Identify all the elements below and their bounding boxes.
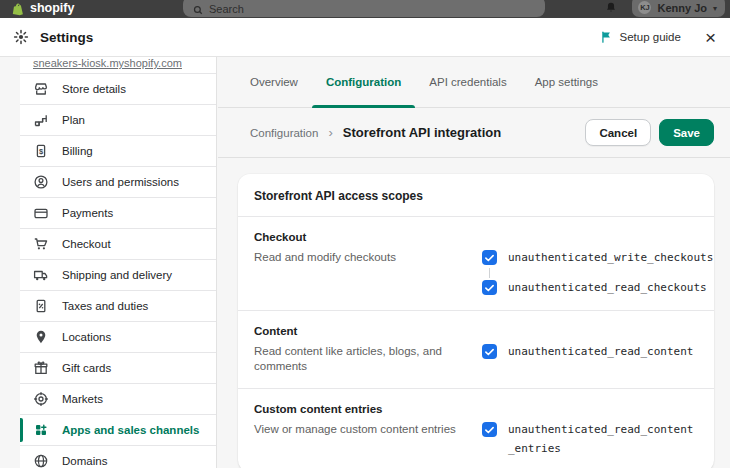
shopify-logo[interactable]: shopify bbox=[12, 0, 74, 16]
sidebar-item-plan[interactable]: Plan bbox=[20, 105, 216, 136]
user-avatar: KJ bbox=[638, 1, 651, 14]
taxes-icon bbox=[33, 298, 49, 314]
sidebar-item-label: Taxes and duties bbox=[62, 300, 148, 312]
store-url-link[interactable]: sneakers-kiosk.myshopify.com bbox=[33, 57, 182, 69]
sidebar-item-label: Plan bbox=[62, 114, 85, 126]
search-icon bbox=[193, 5, 203, 15]
markets-icon bbox=[33, 391, 49, 407]
shopify-bag-icon bbox=[12, 2, 25, 16]
sidebar-item-label: Gift cards bbox=[62, 362, 111, 374]
admin-topbar: shopify Search KJ Kenny Jo ▾ bbox=[0, 0, 730, 18]
tab-api-credentials[interactable]: API credentials bbox=[415, 57, 520, 107]
card-title: Storefront API access scopes bbox=[238, 174, 714, 216]
close-icon[interactable]: × bbox=[705, 28, 716, 47]
sidebar-item-billing[interactable]: $ Billing bbox=[20, 136, 216, 167]
section-description: Read content like articles, blogs, and c… bbox=[254, 344, 482, 374]
tab-overview[interactable]: Overview bbox=[236, 57, 312, 107]
shopify-settings-window: shopify Search KJ Kenny Jo ▾ Settings Se… bbox=[0, 0, 730, 468]
shipping-icon bbox=[33, 267, 49, 283]
scope-label: unauthenticated_write_checkouts bbox=[508, 250, 713, 266]
global-search-input[interactable]: Search bbox=[183, 0, 545, 17]
sidebar-item-shipping-and-delivery[interactable]: Shipping and delivery bbox=[20, 260, 216, 291]
sidebar-item-label: Apps and sales channels bbox=[62, 424, 199, 436]
section-title: Custom content entries bbox=[254, 401, 698, 417]
save-button[interactable]: Save bbox=[659, 119, 714, 146]
flag-icon bbox=[600, 30, 613, 44]
chevron-down-icon: ▾ bbox=[713, 4, 717, 14]
page-action-bar: Configuration › Storefront API integrati… bbox=[218, 108, 730, 158]
plan-icon bbox=[33, 112, 49, 128]
sidebar-item-gift-cards[interactable]: Gift cards bbox=[20, 353, 216, 384]
scope-section-checkout: Checkout Read and modify checkouts unaut… bbox=[238, 216, 714, 310]
breadcrumb-chevron-icon: › bbox=[328, 125, 332, 140]
tab-configuration[interactable]: Configuration bbox=[312, 57, 415, 107]
scope-checkbox[interactable] bbox=[482, 422, 497, 437]
settings-title: Settings bbox=[40, 30, 93, 45]
scope-connector-line bbox=[489, 268, 490, 278]
sidebar-item-markets[interactable]: Markets bbox=[20, 384, 216, 415]
scope-item: unauthenticated_read_content bbox=[482, 344, 698, 360]
access-scopes-card: Storefront API access scopes Checkout Re… bbox=[238, 174, 714, 468]
scope-list: unauthenticated_write_checkouts unauthen… bbox=[482, 250, 698, 296]
user-name: Kenny Jo bbox=[657, 2, 707, 14]
setup-guide-button[interactable]: Setup guide bbox=[600, 30, 681, 44]
sidebar-item-label: Payments bbox=[62, 207, 113, 219]
settings-header: Settings Setup guide × bbox=[0, 18, 730, 57]
section-description: Read and modify checkouts bbox=[254, 250, 482, 265]
locations-icon bbox=[33, 329, 49, 345]
domains-icon bbox=[33, 453, 49, 468]
sidebar-item-label: Locations bbox=[62, 331, 111, 343]
scope-label: unauthenticated_read_checkouts bbox=[508, 280, 707, 296]
sidebar-item-payments[interactable]: Payments bbox=[20, 198, 216, 229]
sidebar-item-users-and-permissions[interactable]: Users and permissions bbox=[20, 167, 216, 198]
store-url-row: sneakers-kiosk.myshopify.com bbox=[20, 57, 216, 74]
shopify-wordmark: shopify bbox=[30, 1, 74, 15]
main-content: Overview Configuration API credentials A… bbox=[218, 57, 730, 468]
cancel-button[interactable]: Cancel bbox=[585, 119, 651, 146]
sidebar-item-label: Checkout bbox=[62, 238, 111, 250]
sidebar-item-label: Markets bbox=[62, 393, 103, 405]
setup-guide-label: Setup guide bbox=[620, 31, 681, 43]
scope-checkbox[interactable] bbox=[482, 280, 497, 295]
sidebar-item-label: Billing bbox=[62, 145, 93, 157]
scope-section-content: Content Read content like articles, blog… bbox=[238, 310, 714, 388]
gift-cards-icon bbox=[33, 360, 49, 376]
notifications-bell-icon[interactable] bbox=[605, 1, 617, 16]
scope-item: unauthenticated_read_checkouts bbox=[482, 280, 698, 296]
scope-checkbox[interactable] bbox=[482, 344, 497, 359]
tab-bar: Overview Configuration API credentials A… bbox=[218, 57, 730, 108]
sidebar-item-locations[interactable]: Locations bbox=[20, 322, 216, 353]
search-placeholder: Search bbox=[209, 3, 244, 15]
sidebar-item-label: Shipping and delivery bbox=[62, 269, 172, 281]
sidebar-item-domains[interactable]: Domains bbox=[20, 446, 216, 468]
breadcrumb-parent[interactable]: Configuration bbox=[250, 127, 318, 139]
checkout-icon bbox=[33, 236, 49, 252]
scope-item: unauthenticated_write_checkouts bbox=[482, 250, 698, 266]
scope-label: unauthenticated_read_content_entries bbox=[508, 420, 698, 458]
store-icon bbox=[33, 81, 49, 97]
apps-icon bbox=[33, 422, 49, 438]
scope-checkbox[interactable] bbox=[482, 250, 497, 265]
sidebar-item-store-details[interactable]: Store details bbox=[20, 74, 216, 105]
sidebar-item-taxes-and-duties[interactable]: Taxes and duties bbox=[20, 291, 216, 322]
scope-list: unauthenticated_read_content_entries bbox=[482, 422, 698, 458]
section-title: Checkout bbox=[254, 229, 698, 245]
sidebar-item-label: Domains bbox=[62, 455, 107, 467]
scope-label: unauthenticated_read_content bbox=[508, 344, 693, 360]
tab-app-settings[interactable]: App settings bbox=[521, 57, 612, 107]
settings-sidebar: sneakers-kiosk.myshopify.com Store detai… bbox=[20, 57, 217, 468]
section-title: Content bbox=[254, 323, 698, 339]
sidebar-item-label: Store details bbox=[62, 83, 126, 95]
sidebar-item-label: Users and permissions bbox=[62, 176, 179, 188]
sidebar-item-apps-and-sales-channels[interactable]: Apps and sales channels bbox=[20, 415, 216, 446]
page-title: Storefront API integration bbox=[343, 125, 501, 140]
scope-list: unauthenticated_read_content bbox=[482, 344, 698, 360]
sidebar-item-checkout[interactable]: Checkout bbox=[20, 229, 216, 260]
users-icon bbox=[33, 174, 49, 190]
svg-text:$: $ bbox=[39, 147, 44, 156]
billing-icon: $ bbox=[33, 143, 49, 159]
scope-item: unauthenticated_read_content_entries bbox=[482, 422, 698, 458]
section-description: View or manage custom content entries bbox=[254, 422, 482, 437]
settings-gear-icon bbox=[13, 29, 29, 45]
user-menu[interactable]: KJ Kenny Jo ▾ bbox=[632, 0, 725, 17]
